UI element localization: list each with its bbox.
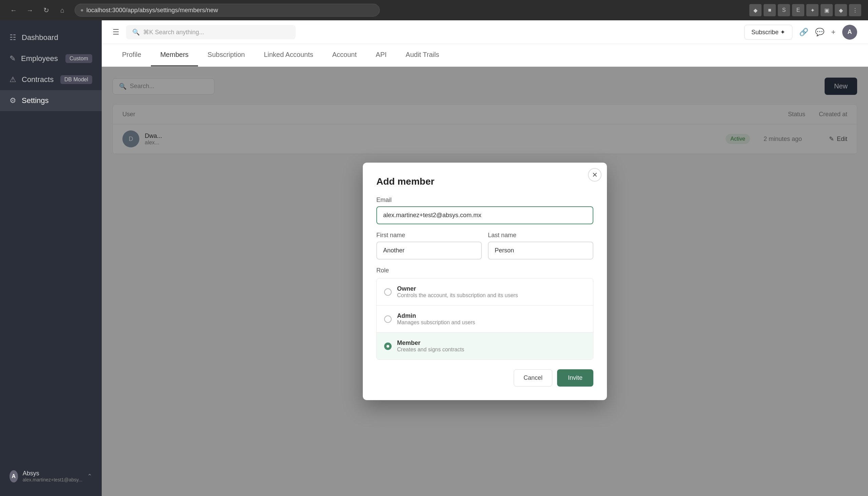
tab-subscription[interactable]: Subscription: [198, 44, 254, 66]
main-content: ☰ 🔍 ⌘K Search anything... Subscribe ✦ 🔗 …: [102, 20, 868, 496]
subscribe-label: Subscribe ✦: [751, 29, 785, 36]
sidebar-expand-icon[interactable]: ⌃: [87, 472, 92, 480]
modal-actions: Cancel Invite: [376, 369, 593, 387]
dashboard-icon: ☷: [10, 33, 16, 42]
sidebar-item-dashboard[interactable]: ☷ Dashboard: [0, 27, 102, 48]
modal-title: Add member: [376, 176, 593, 187]
role-desc-member: Creates and signs contracts: [397, 346, 464, 353]
subscribe-button[interactable]: Subscribe ✦: [744, 25, 792, 40]
top-bar: ☰ 🔍 ⌘K Search anything... Subscribe ✦ 🔗 …: [102, 20, 868, 44]
sidebar: ☷ Dashboard ✎ Employees Custom ⚠ Contrac…: [0, 20, 102, 496]
settings-tabs: Profile Members Subscription Linked Acco…: [102, 44, 868, 67]
plus-icon[interactable]: +: [831, 28, 836, 36]
sidebar-label-dashboard: Dashboard: [22, 33, 58, 42]
sidebar-user-info: Absys alex.martinez+test1@absy...: [23, 470, 83, 482]
last-name-form-group: Last name: [488, 232, 593, 260]
role-form-group: Role Owner Controls the account, its sub…: [376, 267, 593, 360]
first-name-form-group: First name: [376, 232, 482, 260]
link-icon[interactable]: 🔗: [799, 28, 808, 36]
user-avatar[interactable]: A: [842, 25, 857, 40]
app-layout: ☷ Dashboard ✎ Employees Custom ⚠ Contrac…: [0, 20, 868, 496]
sidebar-label-employees: Employees: [21, 54, 58, 63]
role-option-member[interactable]: Member Creates and signs contracts: [377, 333, 593, 359]
role-name-owner: Owner: [397, 285, 518, 292]
tab-members[interactable]: Members: [151, 44, 198, 66]
first-name-label: First name: [376, 232, 482, 239]
email-form-group: Email: [376, 197, 593, 224]
ext-menu[interactable]: ⋮: [849, 4, 861, 16]
browser-extensions: ◆ ■ S E ✦ ▣ ◆ ⋮: [749, 4, 861, 16]
sidebar-user-section: A Absys alex.martinez+test1@absy... ⌃: [0, 463, 102, 489]
ext-icon-5: ✦: [806, 4, 819, 16]
radio-member: [384, 342, 392, 350]
reload-button[interactable]: ↻: [39, 3, 53, 17]
search-icon: 🔍: [132, 29, 140, 36]
search-placeholder: ⌘K Search anything...: [143, 29, 204, 36]
ext-icon-6: ▣: [821, 4, 833, 16]
cancel-button[interactable]: Cancel: [514, 369, 552, 387]
top-bar-right: Subscribe ✦ 🔗 💬 + A: [744, 25, 857, 40]
radio-admin: [384, 315, 392, 323]
ext-icon-1: ◆: [749, 4, 762, 16]
home-button[interactable]: ⌂: [56, 3, 69, 17]
sidebar-label-settings: Settings: [22, 96, 49, 105]
sidebar-user-avatar: A: [10, 470, 18, 482]
role-options: Owner Controls the account, its subscrip…: [376, 278, 593, 360]
browser-nav-buttons: ← → ↻ ⌂: [7, 3, 69, 17]
modal-close-button[interactable]: ✕: [588, 168, 601, 182]
role-desc-owner: Controls the account, its subscription a…: [397, 292, 518, 298]
tab-api[interactable]: API: [366, 44, 396, 66]
search-bar[interactable]: 🔍 ⌘K Search anything...: [126, 25, 296, 39]
close-icon: ✕: [592, 171, 598, 179]
ext-icon-7: ◆: [835, 4, 847, 16]
last-name-input[interactable]: [488, 242, 593, 260]
role-info-member: Member Creates and signs contracts: [397, 340, 464, 353]
url-secure-icon: ●: [80, 7, 84, 13]
url-bar[interactable]: ● localhost:3000/app/absys/settings/memb…: [75, 4, 380, 17]
sidebar-item-contracts[interactable]: ⚠ Contracts DB Model: [0, 69, 102, 90]
ext-icon-3: S: [778, 4, 790, 16]
sidebar-item-employees[interactable]: ✎ Employees Custom: [0, 48, 102, 69]
role-label: Role: [376, 267, 593, 274]
sidebar-user-name: Absys: [23, 470, 83, 477]
tab-audit-trails[interactable]: Audit Trails: [396, 44, 449, 66]
sidebar-item-settings[interactable]: ⚙ Settings: [0, 90, 102, 111]
page-content: 🔍 Search... New User Status Created at D…: [102, 67, 868, 496]
url-text: localhost:3000/app/absys/settings/member…: [87, 7, 218, 14]
browser-chrome: ← → ↻ ⌂ ● localhost:3000/app/absys/setti…: [0, 0, 868, 20]
last-name-label: Last name: [488, 232, 593, 239]
contracts-icon: ⚠: [10, 75, 16, 84]
role-desc-admin: Manages subscription and users: [397, 320, 475, 326]
add-member-modal: ✕ Add member Email First name Last n: [363, 162, 607, 400]
radio-owner: [384, 288, 392, 296]
settings-icon: ⚙: [10, 96, 16, 105]
sidebar-label-contracts: Contracts: [22, 75, 54, 84]
ext-icon-4: E: [792, 4, 804, 16]
role-option-admin[interactable]: Admin Manages subscription and users: [377, 306, 593, 333]
email-input[interactable]: [376, 206, 593, 224]
employees-icon: ✎: [10, 54, 16, 63]
name-form-row: First name Last name: [376, 232, 593, 267]
employees-badge: Custom: [65, 54, 92, 63]
tab-account[interactable]: Account: [323, 44, 366, 66]
tab-linked-accounts[interactable]: Linked Accounts: [254, 44, 323, 66]
tab-profile[interactable]: Profile: [113, 44, 151, 66]
role-option-owner[interactable]: Owner Controls the account, its subscrip…: [377, 279, 593, 306]
contracts-badge: DB Model: [60, 75, 92, 84]
email-label: Email: [376, 197, 593, 204]
role-info-owner: Owner Controls the account, its subscrip…: [397, 285, 518, 298]
comment-icon[interactable]: 💬: [815, 28, 824, 36]
role-info-admin: Admin Manages subscription and users: [397, 312, 475, 326]
role-name-member: Member: [397, 340, 464, 346]
ext-icon-2: ■: [764, 4, 776, 16]
role-name-admin: Admin: [397, 312, 475, 320]
modal-overlay: ✕ Add member Email First name Last n: [102, 67, 868, 496]
sidebar-user-email: alex.martinez+test1@absy...: [23, 477, 83, 482]
invite-button[interactable]: Invite: [557, 369, 593, 387]
forward-button[interactable]: →: [23, 3, 36, 17]
back-button[interactable]: ←: [7, 3, 20, 17]
first-name-input[interactable]: [376, 242, 482, 260]
radio-inner-member: [387, 345, 389, 347]
hamburger-icon[interactable]: ☰: [113, 28, 119, 36]
